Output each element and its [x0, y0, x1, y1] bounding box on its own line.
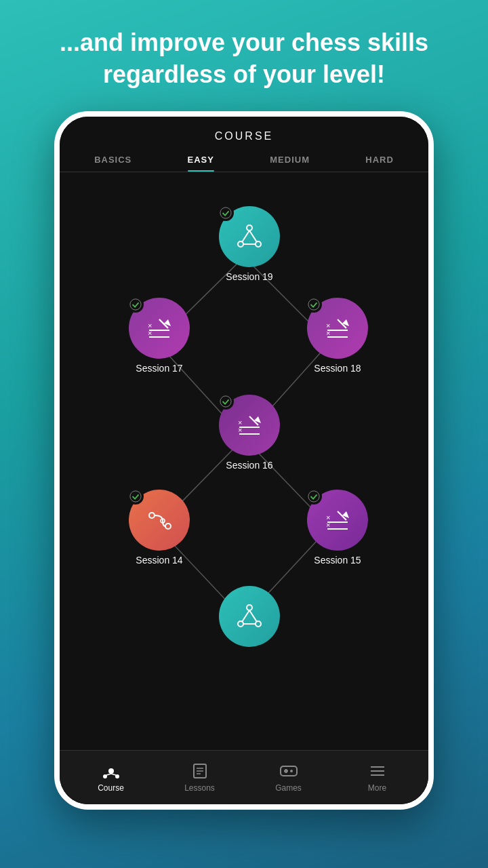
session-17-label: Session 17 [136, 363, 182, 374]
session-17-node[interactable]: × × Session 17 [129, 298, 190, 374]
tagline: ...and improve your chess skills regardl… [0, 0, 488, 111]
session-16-check [218, 393, 234, 410]
nav-games[interactable]: Games [265, 762, 312, 793]
session-16-label: Session 16 [226, 460, 272, 471]
session-19-circle [219, 206, 280, 267]
tab-easy[interactable]: EASY [181, 151, 221, 169]
bottom-nav: Course Lessons [60, 750, 428, 804]
svg-text:×: × [238, 426, 242, 434]
more-icon [368, 762, 387, 781]
svg-line-12 [242, 231, 249, 242]
tab-medium[interactable]: MEDIUM [263, 151, 317, 169]
course-icon [102, 762, 121, 781]
session-14-check [127, 488, 144, 505]
svg-rect-63 [281, 766, 297, 776]
games-icon [279, 762, 298, 781]
session-14-label: Session 14 [136, 555, 182, 566]
session-16-node[interactable]: × × Session 16 [219, 395, 280, 471]
nav-more-label: More [368, 783, 386, 793]
nav-games-label: Games [275, 783, 302, 793]
session-16-circle: × × [219, 395, 280, 456]
screen-title: COURSE [60, 117, 428, 142]
nav-course-label: Course [98, 783, 124, 793]
session-15-label: Session 15 [314, 555, 361, 566]
tabs-container: BASICS EASY MEDIUM HARD [60, 142, 428, 169]
session-19-node[interactable]: Session 19 [219, 206, 280, 282]
svg-line-13 [249, 231, 257, 242]
svg-point-54 [108, 768, 114, 774]
session-14-circle [129, 490, 190, 551]
svg-point-48 [247, 605, 252, 610]
nav-course[interactable]: Course [87, 762, 135, 793]
svg-text:×: × [148, 329, 152, 337]
session-18-label: Session 18 [314, 363, 361, 374]
phone-mockup: COURSE BASICS EASY MEDIUM HARD [54, 111, 434, 810]
svg-line-57 [106, 774, 111, 775]
session-18-node[interactable]: × × Session 18 [307, 298, 368, 374]
svg-point-15 [130, 298, 141, 309]
svg-point-41 [308, 490, 319, 501]
nav-more[interactable]: More [354, 762, 401, 793]
session-13-circle [219, 586, 280, 647]
session-13-node[interactable] [219, 586, 280, 647]
svg-line-52 [249, 610, 257, 622]
phone-screen: COURSE BASICS EASY MEDIUM HARD [60, 117, 428, 804]
svg-point-8 [220, 207, 231, 218]
svg-point-39 [165, 524, 171, 529]
tab-hard[interactable]: HARD [359, 151, 401, 169]
session-17-circle: × × [129, 298, 190, 359]
session-14-node[interactable]: Session 14 [129, 490, 190, 566]
svg-text:×: × [326, 329, 330, 337]
svg-point-30 [220, 395, 231, 406]
svg-line-58 [111, 774, 116, 775]
session-17-check [127, 296, 144, 313]
svg-line-51 [242, 610, 249, 622]
session-15-check [306, 488, 322, 505]
session-15-circle: × × [307, 490, 368, 551]
session-15-node[interactable]: × × Session 15 [307, 490, 368, 566]
svg-point-9 [247, 225, 252, 231]
session-18-circle: × × [307, 298, 368, 359]
svg-text:×: × [326, 521, 330, 529]
session-19-check [218, 205, 234, 221]
session-19-label: Session 19 [226, 271, 272, 282]
nav-lessons-label: Lessons [184, 783, 215, 793]
lessons-icon [190, 762, 209, 781]
svg-point-37 [130, 490, 141, 501]
nav-lessons[interactable]: Lessons [176, 762, 224, 793]
svg-point-23 [308, 298, 319, 309]
course-content: Session 19 × [60, 172, 428, 750]
svg-point-65 [290, 770, 293, 772]
svg-point-38 [149, 513, 155, 518]
tab-basics[interactable]: BASICS [87, 151, 138, 169]
session-18-check [306, 296, 322, 313]
